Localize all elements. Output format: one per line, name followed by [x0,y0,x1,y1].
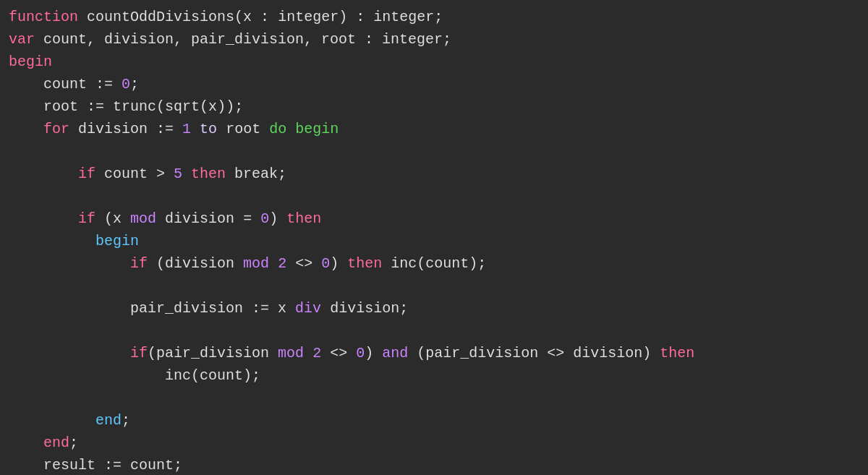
code-line-11: begin [9,230,859,252]
kw-then3: then [347,255,382,272]
kw-begin-for: begin [295,121,339,137]
code-line-4: count := 0; [9,73,859,95]
kw-end-if: end [95,412,122,429]
kw-function: function [9,9,78,25]
code-line-9 [9,185,859,207]
kw-begin-outer: begin [9,54,52,70]
kw-to: to [200,121,217,137]
kw-if4: if [130,345,148,361]
kw-end-for: end [43,435,69,451]
kw-for: for [43,121,69,137]
kw-if1: if [78,166,95,182]
code-line-14: pair_division := x div division; [9,297,859,320]
kw-then4: then [660,345,694,361]
code-line-13 [9,275,859,297]
code-line-8: if count > 5 then break; [9,163,859,185]
kw-mod3: mod [278,345,304,361]
func-name: countOddDivisions [87,9,234,25]
code-line-20: end; [9,432,859,454]
code-line-2: var count, division, pair_division, root… [9,28,859,51]
code-line-5: root := trunc(sqrt(x)); [9,95,859,118]
code-line-21: result := count; [9,454,859,475]
kw-mod1: mod [130,210,156,227]
code-line-19: end; [9,409,859,432]
kw-div: div [295,300,321,317]
code-line-12: if (division mod 2 <> 0) then inc(count)… [9,252,859,275]
code-line-1: function countOddDivisions(x : integer) … [9,6,859,28]
kw-var: var [9,31,35,48]
code-line-15 [9,320,859,342]
code-line-10: if (x mod division = 0) then [9,207,859,230]
kw-then2: then [286,210,321,227]
code-line-17: inc(count); [9,364,859,387]
kw-if3: if [130,255,148,272]
code-line-7 [9,140,859,163]
kw-and: and [382,345,408,361]
kw-if2: if [78,210,95,227]
kw-then1: then [191,166,226,182]
kw-do: do [269,121,286,137]
code-line-18 [9,387,859,409]
code-editor: function countOddDivisions(x : integer) … [0,0,868,475]
code-line-16: if(pair_division mod 2 <> 0) and (pair_d… [9,342,859,364]
code-line-6: for division := 1 to root do begin [9,118,859,140]
kw-mod2: mod [243,255,269,272]
kw-begin-if: begin [95,233,139,249]
code-line-3: begin [9,51,859,73]
